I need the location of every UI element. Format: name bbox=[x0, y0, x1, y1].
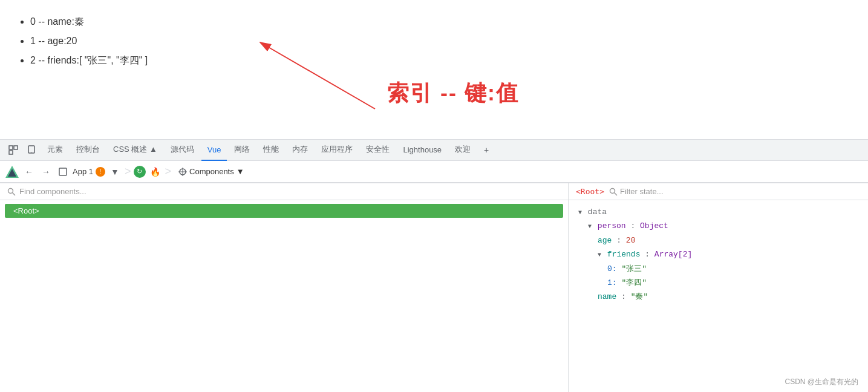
component-search-bar[interactable]: Find components... bbox=[0, 183, 568, 200]
age-row: age : 20 bbox=[578, 234, 858, 247]
top-content: 0 -- name:秦 1 -- age:20 2 -- friends:[ "… bbox=[0, 0, 868, 139]
data-key: data bbox=[588, 207, 607, 217]
main-panel: Find components... <Root> <Root> Filter … bbox=[0, 183, 868, 392]
warning-badge: ! bbox=[96, 167, 105, 177]
separator-1: > bbox=[125, 165, 131, 178]
friend-1-val: "李四" bbox=[621, 278, 647, 287]
friend-0-row: 0: "张三" bbox=[578, 262, 858, 276]
tab-console[interactable]: 控制台 bbox=[70, 139, 106, 161]
svg-rect-9 bbox=[59, 168, 67, 175]
components-btn[interactable]: Components ▼ bbox=[174, 166, 249, 177]
tab-sources[interactable]: 源代码 bbox=[165, 139, 200, 161]
friends-triangle: ▼ bbox=[598, 252, 601, 258]
vue-toolbar: ← → App 1 ! ▼ > ↻ 🔥 > Components ▼ bbox=[0, 161, 868, 183]
forward-btn[interactable]: → bbox=[39, 165, 53, 179]
refresh-btn[interactable]: ↻ bbox=[134, 166, 146, 178]
flame-icon: 🔥 bbox=[148, 165, 163, 179]
right-header: <Root> Filter state... bbox=[569, 183, 868, 200]
root-component[interactable]: <Root> bbox=[5, 204, 563, 218]
name-row: name : "秦" bbox=[578, 290, 858, 304]
root-tag: <Root> bbox=[576, 187, 604, 196]
data-triangle: ▼ bbox=[578, 209, 582, 216]
component-tree: <Root> bbox=[0, 200, 568, 392]
inspect-icon-btn[interactable] bbox=[5, 142, 22, 158]
person-key: person bbox=[598, 221, 626, 230]
tab-lighthouse[interactable]: Lighthouse bbox=[397, 139, 448, 161]
left-panel: Find components... <Root> bbox=[0, 183, 569, 392]
tab-network[interactable]: 网络 bbox=[228, 139, 256, 161]
tab-vue[interactable]: Vue bbox=[201, 139, 227, 161]
name-val: "秦" bbox=[631, 292, 648, 301]
tab-elements[interactable]: 元素 bbox=[41, 139, 69, 161]
friend-1-key: 1: bbox=[607, 278, 617, 287]
arrow-svg bbox=[242, 6, 484, 127]
search-icon bbox=[7, 188, 16, 196]
app-dropdown-btn[interactable]: ▼ bbox=[108, 165, 122, 179]
devtools-tabbar: 元素 控制台 CSS 概述 ▲ 源代码 Vue 网络 性能 内存 应用程序 安全… bbox=[0, 139, 868, 161]
tab-application[interactable]: 应用程序 bbox=[315, 139, 359, 161]
data-tree: ▼ data ▼ person : Object age : 20 ▼ frie… bbox=[569, 200, 868, 309]
svg-rect-2 bbox=[9, 146, 13, 149]
svg-line-14 bbox=[13, 192, 16, 195]
friends-row: ▼ friends : Array[2] bbox=[578, 247, 858, 261]
person-type: Object bbox=[640, 221, 668, 230]
svg-rect-3 bbox=[14, 146, 18, 149]
svg-rect-4 bbox=[9, 151, 13, 154]
footer-text: CSDN @生命是有光的 bbox=[785, 377, 858, 386]
svg-point-15 bbox=[610, 188, 615, 193]
filter-bar[interactable]: Filter state... bbox=[609, 187, 664, 196]
app-name: App 1 ! ▼ bbox=[73, 165, 122, 179]
svg-point-13 bbox=[8, 188, 13, 193]
filter-placeholder: Filter state... bbox=[620, 187, 664, 196]
tab-performance[interactable]: 性能 bbox=[257, 139, 285, 161]
tab-memory[interactable]: 内存 bbox=[286, 139, 314, 161]
svg-line-16 bbox=[614, 192, 617, 195]
age-key: age bbox=[598, 236, 612, 245]
svg-line-1 bbox=[260, 42, 375, 109]
person-triangle: ▼ bbox=[588, 223, 592, 230]
device-icon-btn[interactable] bbox=[23, 142, 40, 158]
tab-welcome[interactable]: 欢迎 bbox=[449, 139, 477, 161]
friend-0-key: 0: bbox=[607, 264, 617, 273]
add-tab-btn[interactable]: + bbox=[478, 142, 495, 158]
page-icon-btn[interactable] bbox=[56, 165, 70, 179]
friend-1-row: 1: "李四" bbox=[578, 276, 858, 290]
friends-key: friends bbox=[607, 250, 641, 259]
filter-search-icon bbox=[609, 188, 618, 196]
person-row: ▼ person : Object bbox=[578, 219, 858, 233]
search-placeholder: Find components... bbox=[19, 187, 86, 196]
back-btn[interactable]: ← bbox=[22, 165, 36, 179]
vue-logo bbox=[5, 165, 19, 179]
separator-2: > bbox=[165, 165, 172, 178]
footer: CSDN @生命是有光的 bbox=[785, 377, 858, 387]
friends-type: Array[2] bbox=[654, 250, 692, 259]
annotation-area: 索引 -- 键:值 bbox=[242, 6, 605, 139]
data-section: ▼ data bbox=[578, 205, 858, 219]
age-val: 20 bbox=[626, 236, 636, 245]
index-label: 索引 -- 键:值 bbox=[387, 79, 519, 108]
friend-0-val: "张三" bbox=[621, 264, 647, 273]
name-key: name bbox=[598, 292, 616, 301]
tab-security[interactable]: 安全性 bbox=[360, 139, 396, 161]
right-panel: <Root> Filter state... ▼ data ▼ person :… bbox=[569, 183, 868, 392]
tab-css-overview[interactable]: CSS 概述 ▲ bbox=[107, 139, 163, 161]
